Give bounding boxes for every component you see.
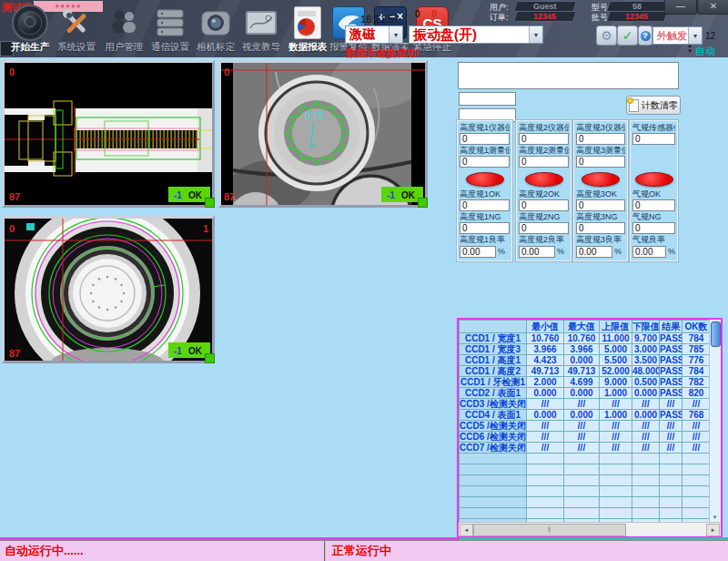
table-row-label [460, 497, 527, 508]
gauge-instrument-value[interactable]: 0 [460, 133, 510, 145]
table-row[interactable]: CCD7 /检测关闭////////////////// [460, 443, 711, 454]
table-row[interactable] [460, 464, 711, 475]
table-cell: 3.500 [632, 355, 660, 366]
table-row[interactable] [460, 508, 711, 519]
toolbar-item-data-report[interactable]: 数据报表 [286, 5, 329, 54]
auto-spinner[interactable]: ▲▼ [687, 43, 693, 54]
gauge-label: 气规良率 [632, 235, 675, 244]
gauge-ng-count[interactable]: 0 [576, 222, 625, 234]
gear-icon: ⚙ [601, 28, 612, 43]
column-header-ok-count[interactable]: OK数 [682, 321, 711, 333]
gauge-label: 高度规2良率 [519, 235, 569, 244]
gauge-yield-value[interactable]: 0.00 [576, 246, 612, 258]
table-row[interactable] [460, 497, 711, 508]
table-row[interactable]: CCD4 / 表面10.0000.0001.0000.000PASS768 [460, 410, 711, 421]
column-header-min[interactable]: 最小值 [527, 321, 564, 333]
table-cell: 11.000 [600, 333, 632, 344]
camera-view-1[interactable]: 0 87 -1 OK [2, 60, 215, 208]
aux-input-1[interactable] [459, 92, 516, 106]
chevron-down-icon[interactable]: ▾ [529, 26, 542, 43]
gauge-label: 高度规3良率 [576, 235, 625, 244]
count-clear-button[interactable]: 计数清零 [626, 96, 681, 115]
close-button[interactable]: ✕ [697, 0, 728, 15]
gauge-ok-count[interactable]: 0 [519, 199, 569, 211]
gauge-ng-count[interactable]: 0 [460, 222, 510, 234]
users-icon [102, 5, 146, 41]
toolbar-item-vision-teaching[interactable]: 视觉教导 [239, 5, 283, 54]
resize-handle[interactable] [418, 198, 428, 208]
table-row[interactable] [460, 475, 711, 486]
vertical-scrollbar-thumb[interactable] [711, 321, 721, 347]
column-header-max[interactable]: 最大值 [564, 321, 600, 333]
chevron-down-icon[interactable]: ▾ [389, 26, 402, 43]
gauge-measure-value[interactable]: 0 [576, 156, 625, 168]
cam3-result-num: -1 [174, 346, 182, 356]
toolbar-item-comm-settings[interactable]: 通信设置 [148, 5, 192, 54]
table-cell: /// [632, 421, 660, 432]
excitation-combo[interactable]: 激磁 ▾ [345, 26, 403, 44]
table-cell: /// [527, 443, 564, 454]
table-row[interactable]: CCD1 / 高度14.4230.0005.5003.500PASS776 [460, 355, 711, 366]
gauge-instrument-value[interactable]: 0 [576, 133, 625, 145]
vibration-combo[interactable]: 振动盘(开) ▾ [409, 26, 543, 44]
table-row[interactable]: CCD5 /检测关闭////////////////// [460, 421, 711, 432]
column-header-upper-limit[interactable]: 上限值 [600, 321, 632, 333]
table-cell: 784 [682, 366, 711, 377]
table-row[interactable]: CCD1 / 宽度33.9663.9665.0003.000PASS785 [460, 344, 711, 355]
toolbar-item-system-settings[interactable]: 系统设置 [55, 5, 98, 54]
camera-view-3[interactable]: 0 1 87 -1 OK [2, 216, 215, 363]
scroll-left-icon[interactable]: ◂ [460, 524, 473, 536]
gauge-instrument-value[interactable]: 0 [632, 133, 675, 145]
gauge-yield-value[interactable]: 0.00 [519, 246, 555, 258]
table-row[interactable] [460, 454, 711, 464]
trigger-combo[interactable]: 外触发 ▾ [652, 26, 703, 45]
minimize-button[interactable]: — [664, 0, 697, 15]
gauge-ok-count[interactable]: 0 [576, 199, 625, 211]
resize-handle[interactable] [205, 198, 215, 208]
table-row[interactable]: CCD3 /检测关闭////////////////// [460, 399, 711, 410]
toolbar-item-user-management[interactable]: 用户管理 [102, 5, 146, 54]
table-row[interactable]: CCD1 / 牙检测12.0004.6999.0000.500PASS782 [460, 377, 711, 388]
status-auto-running: 自动运行中...... [0, 541, 326, 561]
help-button[interactable]: ? [638, 26, 652, 46]
gauge-ok-count[interactable]: 0 [632, 199, 675, 211]
gauge-instrument-value[interactable]: 0 [519, 133, 569, 145]
table-row[interactable] [460, 486, 711, 497]
gauge-panel-height2: 高度规2仪器值 0 高度规2测量值 0 高度规2OK 0 高度规2NG 0 高度… [515, 119, 572, 262]
table-row[interactable]: CCD1 / 宽度110.76010.76011.0009.700PASS784 [460, 333, 711, 344]
column-header-lower-limit[interactable]: 下限值 [632, 321, 660, 333]
production-wheel-icon [12, 5, 48, 41]
gauge-yield-value[interactable]: 0.00 [632, 246, 666, 258]
table-row[interactable]: CCD1 / 高度249.71349.71352.00048.000PASS78… [460, 366, 711, 377]
resize-handle[interactable] [205, 353, 215, 363]
table-row-label: CCD2 / 表面1 [460, 388, 527, 399]
table-cell: /// [660, 443, 682, 454]
table-cell [527, 508, 564, 519]
table-row[interactable]: CCD6 /检测关闭////////////////// [460, 432, 711, 443]
column-header-result[interactable]: 结果 [660, 321, 682, 333]
settings-button[interactable]: ⚙ [596, 26, 617, 46]
scroll-right-icon[interactable]: ▸ [706, 524, 720, 536]
horizontal-scrollbar[interactable]: ◂ ⦀ ▸ [459, 522, 721, 536]
gauge-yield-value[interactable]: 0.00 [460, 246, 496, 258]
gauge-measure-value[interactable]: 0 [519, 156, 569, 168]
gauge-panel-height3: 高度规3仪器值 0 高度规3测量值 0 高度规3OK 0 高度规3NG 0 高度… [572, 119, 629, 262]
confirm-button[interactable]: ✓ [617, 26, 638, 46]
table-cell [527, 454, 564, 464]
status-lamp-red [635, 172, 673, 187]
gauge-measure-value[interactable]: 0 [460, 156, 510, 168]
table-row[interactable]: CCD2 / 表面10.0000.0001.0000.000PASS820 [460, 388, 711, 399]
gauge-ok-count[interactable]: 0 [460, 199, 510, 211]
toolbar-item-camera-calibration[interactable]: 相机标定 [194, 5, 238, 54]
gauge-ng-count[interactable]: 0 [519, 222, 569, 234]
table-cell: 1.000 [600, 388, 632, 399]
vertical-scrollbar[interactable]: ▾ [709, 320, 721, 522]
horizontal-scrollbar-thumb[interactable]: ⦀ [473, 524, 626, 536]
chevron-down-icon[interactable]: ▾ [688, 27, 702, 44]
gauge-ng-count[interactable]: 0 [632, 222, 675, 234]
trigger-combo-value: 外触发 [653, 27, 688, 44]
scroll-down-icon[interactable]: ▾ [710, 514, 720, 521]
barcode-display-box[interactable] [458, 62, 679, 89]
camera-view-2[interactable]: 0.72 0 87 -1 OK [218, 60, 428, 208]
toolbar-item-start-production[interactable]: 开始生产 [8, 5, 52, 54]
